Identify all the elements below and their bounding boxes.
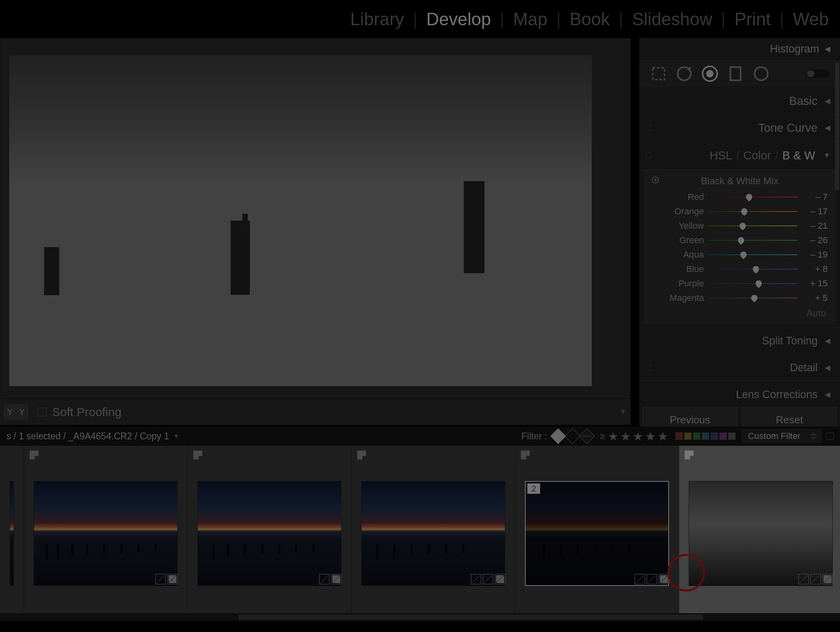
selection-status: s / 1 selected /: [6, 431, 66, 442]
bw-green-value[interactable]: – 26: [797, 235, 828, 246]
soft-proofing-checkbox[interactable]: [38, 408, 46, 417]
has-metadata-icon: [483, 574, 493, 584]
tab-slideshow[interactable]: Slideshow: [629, 9, 715, 29]
color-blue-icon[interactable]: [702, 433, 709, 440]
color-purple-icon[interactable]: [711, 433, 718, 440]
bw-blue-value[interactable]: + 8: [797, 264, 828, 274]
flag-icon[interactable]: [357, 451, 366, 459]
radial-filter-tool-icon[interactable]: [752, 65, 770, 83]
right-panel: Histogram ◀: [639, 38, 840, 433]
view-mode-segment[interactable]: Y Y: [4, 405, 28, 420]
rating-geq-icon[interactable]: ≥: [600, 431, 605, 441]
hsl-tab[interactable]: HSL: [707, 149, 734, 162]
color-green-icon[interactable]: [693, 433, 700, 440]
bw-yellow-value[interactable]: – 21: [797, 221, 828, 231]
thumbnail[interactable]: [188, 446, 352, 621]
tab-library[interactable]: Library: [347, 9, 408, 29]
crop-tool-icon[interactable]: [650, 65, 667, 83]
red-eye-tool-icon[interactable]: [701, 65, 719, 83]
thumbnail-partial[interactable]: [0, 446, 24, 621]
graduated-filter-tool-icon[interactable]: [727, 65, 744, 83]
star-2-icon[interactable]: ★: [620, 429, 631, 443]
bw-tab[interactable]: B & W: [780, 149, 818, 162]
panel-switch-icon[interactable]: [646, 365, 651, 370]
thumbnail[interactable]: [24, 446, 188, 621]
lens-corrections-panel-header[interactable]: Lens Corrections ◀: [646, 385, 830, 404]
bw-auto-button[interactable]: Auto: [652, 305, 828, 319]
color-magenta-icon[interactable]: [719, 433, 727, 440]
detail-panel-header[interactable]: Detail ◀: [646, 358, 830, 377]
tab-develop[interactable]: Develop: [423, 9, 494, 29]
before-after-left-icon[interactable]: Y: [4, 405, 16, 420]
bw-purple-value[interactable]: + 15: [797, 278, 828, 289]
basic-label: Basic: [789, 95, 818, 108]
histogram-panel-header[interactable]: Histogram ◀: [639, 38, 840, 60]
panel-switch-icon[interactable]: [646, 125, 651, 131]
before-after-right-icon[interactable]: Y: [16, 405, 28, 420]
has-adjustments-icon: [471, 574, 481, 584]
tab-web[interactable]: Web: [790, 9, 832, 29]
flag-icon[interactable]: [521, 451, 530, 459]
bw-yellow-label: Yellow: [652, 221, 708, 231]
filmstrip-scrollbar[interactable]: [0, 613, 840, 621]
thumbnail[interactable]: [352, 446, 515, 621]
bw-green-slider[interactable]: [708, 238, 797, 242]
color-red-icon[interactable]: [675, 433, 683, 440]
module-nav: Library | Develop | Map | Book | Slidesh…: [0, 0, 840, 38]
color-none-icon[interactable]: [728, 433, 736, 440]
flag-picked-icon[interactable]: [550, 428, 566, 444]
bw-purple-slider[interactable]: [708, 282, 797, 286]
panel-switch-icon[interactable]: [646, 153, 651, 158]
star-3-icon[interactable]: ★: [633, 429, 643, 443]
flag-unflagged-icon[interactable]: [565, 428, 581, 444]
bw-magenta-slider[interactable]: [708, 296, 797, 300]
bw-mix-panel: Black & White Mix Red – 7 Orange – 17 Ye…: [644, 169, 835, 324]
star-4-icon[interactable]: ★: [645, 429, 656, 443]
targeted-adjustment-tool-icon[interactable]: [652, 176, 659, 183]
toolbar-menu-icon[interactable]: ▼: [619, 408, 627, 416]
main-image[interactable]: [9, 55, 592, 386]
collapse-icon: ◀: [825, 390, 830, 399]
flag-icon[interactable]: [685, 451, 693, 459]
stack-count-badge[interactable]: 2: [527, 483, 540, 494]
bw-blue-label: Blue: [652, 264, 708, 274]
adjustment-brush-toggle[interactable]: [806, 69, 830, 78]
bw-aqua-row: Aqua – 19: [652, 248, 828, 262]
thumbnail-selected[interactable]: [679, 446, 840, 621]
file-breadcrumb[interactable]: _A9A4654.CR2 / Copy 1: [68, 431, 169, 442]
breadcrumb-dropdown-icon[interactable]: ▼: [173, 433, 179, 440]
bw-yellow-row: Yellow – 21: [652, 219, 828, 233]
flag-rejected-icon[interactable]: [579, 428, 595, 444]
filter-lock-icon[interactable]: [826, 433, 834, 440]
tab-print[interactable]: Print: [731, 9, 774, 29]
bw-orange-slider[interactable]: [708, 209, 797, 213]
bw-magenta-value[interactable]: + 5: [797, 293, 828, 303]
collapse-icon: ◀: [825, 44, 830, 53]
bw-orange-value[interactable]: – 17: [797, 206, 828, 217]
bw-red-value[interactable]: – 7: [797, 192, 828, 202]
right-panel-scrollbar[interactable]: [834, 62, 840, 405]
thumbnail[interactable]: 2: [515, 446, 679, 621]
tab-map[interactable]: Map: [510, 9, 551, 29]
filter-preset-select[interactable]: Custom Filter: [742, 429, 822, 443]
bw-green-row: Green – 26: [652, 233, 828, 248]
bw-aqua-value[interactable]: – 19: [797, 250, 828, 260]
split-toning-panel-header[interactable]: Split Toning ◀: [646, 332, 830, 350]
star-5-icon[interactable]: ★: [657, 429, 668, 443]
tone-curve-panel-header[interactable]: Tone Curve ◀: [646, 119, 830, 137]
bw-blue-slider[interactable]: [708, 267, 797, 271]
flag-icon[interactable]: [193, 451, 202, 459]
spot-removal-tool-icon[interactable]: [675, 65, 693, 83]
bw-red-slider[interactable]: [708, 195, 797, 199]
bw-yellow-slider[interactable]: [708, 224, 797, 228]
hsl-panel-header[interactable]: HSL / Color / B & W ▼: [646, 145, 830, 165]
preview-toolbar: Y Y Soft Proofing ▼: [0, 399, 631, 425]
soft-proofing-label: Soft Proofing: [52, 405, 121, 419]
color-tab[interactable]: Color: [741, 149, 774, 162]
flag-icon[interactable]: [30, 451, 38, 459]
tab-book[interactable]: Book: [567, 9, 613, 29]
star-1-icon[interactable]: ★: [608, 429, 619, 443]
color-yellow-icon[interactable]: [684, 433, 691, 440]
bw-aqua-slider[interactable]: [708, 253, 797, 257]
basic-panel-header[interactable]: Basic ◀: [646, 92, 830, 110]
